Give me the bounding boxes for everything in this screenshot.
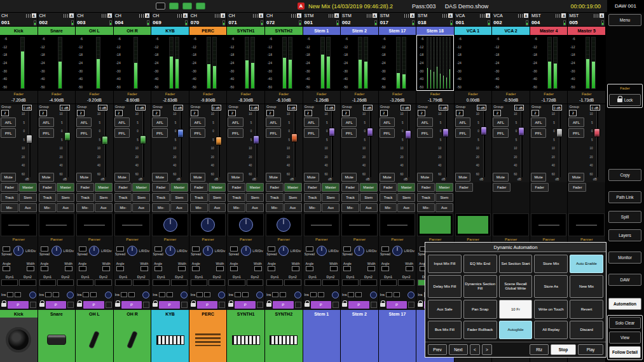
mix-minus-button[interactable]: Mix-: [152, 203, 170, 212]
engine-status-icon[interactable]: [182, 3, 192, 10]
automation-discard[interactable]: Discard: [570, 321, 603, 339]
channel-image[interactable]: [227, 318, 264, 362]
group-number[interactable]: 2: [266, 110, 274, 116]
daw-header[interactable]: DAW 001: [607, 0, 644, 12]
fader-assign-button[interactable]: Fader: [39, 183, 57, 192]
pfl-button[interactable]: PFL: [266, 128, 281, 138]
fader[interactable]: [594, 111, 600, 177]
pan-knob[interactable]: [317, 246, 327, 256]
spread-indicator[interactable]: [230, 246, 238, 251]
aux-button[interactable]: Aux: [95, 203, 113, 212]
mix-minus-button[interactable]: Mix-: [228, 203, 245, 212]
fader-assign-button[interactable]: Fader: [380, 183, 397, 192]
safe-box[interactable]: [143, 302, 149, 308]
pfl-button[interactable]: PFL: [114, 128, 130, 138]
dyn2-display[interactable]: [284, 279, 301, 286]
channel-name[interactable]: Master 4: [530, 27, 568, 35]
afl-button[interactable]: AFL: [114, 117, 130, 127]
panner-display[interactable]: [76, 213, 113, 236]
safe-box[interactable]: [67, 302, 74, 308]
fader-assign-button[interactable]: Fader: [228, 183, 245, 192]
display-icon[interactable]: [156, 3, 165, 10]
automation-aux-safe[interactable]: Aux Safe: [428, 300, 462, 318]
view-button[interactable]: View: [609, 332, 641, 344]
group-number[interactable]: 2: [115, 110, 123, 116]
pfl-button[interactable]: PFL: [455, 128, 470, 138]
insert-b-box[interactable]: [53, 292, 59, 297]
track-button[interactable]: Track: [341, 193, 359, 202]
track-button[interactable]: Track: [190, 193, 208, 202]
trim-knob[interactable]: [142, 292, 149, 298]
stem-button[interactable]: Stem: [284, 193, 302, 202]
dyn1-display[interactable]: [153, 279, 169, 286]
aux-button[interactable]: Aux: [170, 203, 188, 212]
mute-button[interactable]: Mute: [455, 173, 470, 182]
spread-indicator[interactable]: [381, 246, 389, 251]
fader-cap[interactable]: [177, 129, 184, 138]
fader-cap[interactable]: [253, 135, 259, 144]
panner-display[interactable]: [417, 213, 453, 236]
pfl-button[interactable]: PFL: [152, 128, 167, 138]
mix-minus-button[interactable]: Mix-: [76, 203, 94, 212]
ab-badge[interactable]: A: [448, 13, 453, 18]
punch-badge[interactable]: P: [121, 301, 142, 309]
panner-display[interactable]: [455, 213, 491, 236]
channel-name[interactable]: Stem 2: [341, 27, 378, 35]
panner-display[interactable]: [266, 213, 302, 236]
angle-value-box[interactable]: [154, 266, 162, 271]
master-assign-button[interactable]: Master: [246, 183, 264, 192]
master-assign-button[interactable]: Master: [360, 183, 378, 192]
ab-badge[interactable]: A: [599, 13, 604, 18]
io-status-icon[interactable]: [196, 3, 205, 10]
fader[interactable]: [177, 111, 184, 177]
afl-button[interactable]: AFL: [380, 117, 395, 127]
fader-cap[interactable]: [367, 128, 373, 137]
mute-button[interactable]: Mute: [417, 173, 432, 182]
fader-cap[interactable]: [329, 128, 335, 137]
angle-value-box[interactable]: [79, 266, 86, 271]
mute-button[interactable]: Mute: [304, 173, 319, 182]
stem-button[interactable]: Stem: [360, 193, 378, 202]
insert-a-box[interactable]: [235, 292, 241, 297]
panner-display[interactable]: [531, 213, 567, 236]
fader[interactable]: [442, 111, 449, 177]
afl-button[interactable]: AFL: [190, 117, 205, 127]
trim-knob[interactable]: [408, 292, 414, 298]
panner-display[interactable]: [190, 213, 226, 236]
group-number[interactable]: 2: [191, 110, 198, 116]
channel-name-bottom[interactable]: PERC: [189, 310, 227, 318]
storage-status-icon[interactable]: [169, 3, 179, 10]
dyn2-display[interactable]: [247, 279, 263, 286]
channel-image[interactable]: [0, 318, 38, 362]
fader-cap[interactable]: [26, 135, 32, 144]
dyn1-display[interactable]: [266, 279, 283, 286]
channel-name-bottom[interactable]: KYB: [151, 310, 189, 318]
fader[interactable]: [216, 111, 222, 177]
transport-step-forward-button[interactable]: >: [482, 344, 492, 355]
mute-button[interactable]: Mute: [190, 173, 205, 182]
afl-button[interactable]: AFL: [531, 117, 546, 127]
fader[interactable]: [26, 111, 32, 177]
panner-display[interactable]: [380, 213, 416, 236]
pfl-button[interactable]: PFL: [493, 128, 508, 138]
panner-display[interactable]: [228, 213, 264, 236]
safe-box[interactable]: [257, 302, 263, 308]
mute-button[interactable]: Mute: [266, 173, 281, 182]
mute-button[interactable]: Mute: [1, 173, 16, 182]
spread-indicator[interactable]: [79, 246, 86, 251]
width-value-box[interactable]: [140, 266, 148, 271]
aux-button[interactable]: Aux: [322, 203, 339, 212]
pan-knob[interactable]: [392, 246, 402, 256]
pfl-button[interactable]: PFL: [304, 128, 319, 138]
trim-knob[interactable]: [105, 292, 112, 298]
spill-button[interactable]: Spill: [608, 211, 641, 223]
fader-cap[interactable]: [102, 136, 108, 145]
width-value-box[interactable]: [367, 266, 375, 271]
insert-b-box[interactable]: [318, 292, 324, 297]
transport-rtz-button[interactable]: Rtz: [530, 344, 549, 355]
safe-box[interactable]: [332, 302, 339, 308]
spread-indicator[interactable]: [3, 246, 10, 251]
channel-image[interactable]: [303, 318, 341, 362]
automation-10-fr[interactable]: 10 Fr: [499, 300, 533, 318]
automation-delay-mix-fill[interactable]: Delay Mix Fill: [428, 275, 462, 298]
